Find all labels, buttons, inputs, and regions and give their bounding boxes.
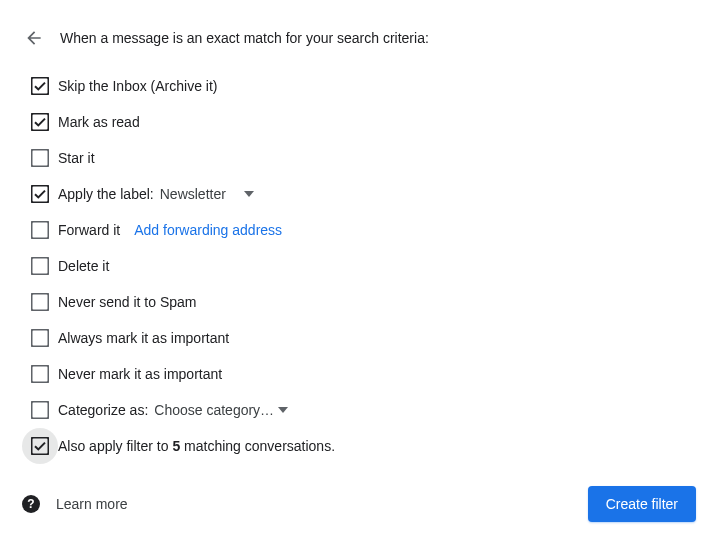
svg-rect-6	[32, 294, 49, 311]
option-row-never-important: Never mark it as important	[0, 356, 720, 392]
option-label: Star it	[58, 150, 95, 166]
option-row-also-apply: Also apply filter to 5 matching conversa…	[0, 428, 720, 464]
checkbox-categorize[interactable]	[22, 392, 58, 428]
checkbox-never-important[interactable]	[22, 356, 58, 392]
create-filter-button[interactable]: Create filter	[588, 486, 696, 522]
checkbox-checked-icon	[31, 185, 49, 203]
select-apply-label[interactable]: Newsletter	[160, 186, 254, 202]
learn-more-link[interactable]: Learn more	[56, 496, 128, 512]
checkbox-also-apply[interactable]	[22, 428, 58, 464]
select-categorize[interactable]: Choose category…	[154, 402, 288, 418]
option-label: Categorize as:	[58, 402, 148, 418]
help-icon[interactable]: ?	[22, 495, 40, 513]
option-row-delete: Delete it	[0, 248, 720, 284]
checkbox-never-spam[interactable]	[22, 284, 58, 320]
svg-rect-5	[32, 258, 49, 275]
checkbox-checked-icon	[31, 77, 49, 95]
option-label: Never mark it as important	[58, 366, 222, 382]
add-forwarding-address-link[interactable]: Add forwarding address	[134, 222, 282, 238]
option-label: Delete it	[58, 258, 109, 274]
option-label: Always mark it as important	[58, 330, 229, 346]
select-value: Newsletter	[160, 186, 226, 202]
option-row-star: Star it	[0, 140, 720, 176]
checkbox-delete[interactable]	[22, 248, 58, 284]
option-row-always-important: Always mark it as important	[0, 320, 720, 356]
arrow-left-icon	[24, 28, 44, 48]
option-label: Forward it	[58, 222, 120, 238]
checkbox-unchecked-icon	[31, 401, 49, 419]
option-row-skip-inbox: Skip the Inbox (Archive it)	[0, 68, 720, 104]
dialog-heading: When a message is an exact match for you…	[60, 30, 429, 46]
svg-rect-8	[32, 366, 49, 383]
option-row-mark-read: Mark as read	[0, 104, 720, 140]
svg-rect-9	[32, 402, 49, 419]
checkbox-unchecked-icon	[31, 365, 49, 383]
checkbox-unchecked-icon	[31, 149, 49, 167]
svg-rect-0	[32, 78, 49, 95]
svg-rect-10	[32, 438, 49, 455]
checkbox-unchecked-icon	[31, 257, 49, 275]
checkbox-skip-inbox[interactable]	[22, 68, 58, 104]
chevron-down-icon	[278, 407, 288, 413]
checkbox-always-important[interactable]	[22, 320, 58, 356]
option-row-categorize: Categorize as:Choose category…	[0, 392, 720, 428]
option-label: Never send it to Spam	[58, 294, 197, 310]
checkbox-unchecked-icon	[31, 221, 49, 239]
checkbox-apply-label[interactable]	[22, 176, 58, 212]
svg-rect-1	[32, 114, 49, 131]
checkbox-checked-icon	[31, 113, 49, 131]
checkbox-mark-read[interactable]	[22, 104, 58, 140]
chevron-down-icon	[244, 191, 254, 197]
svg-rect-4	[32, 222, 49, 239]
option-label: Also apply filter to 5 matching conversa…	[58, 438, 335, 454]
option-row-forward: Forward itAdd forwarding address	[0, 212, 720, 248]
svg-rect-3	[32, 186, 49, 203]
option-label: Mark as read	[58, 114, 140, 130]
checkbox-star[interactable]	[22, 140, 58, 176]
option-label: Apply the label:	[58, 186, 154, 202]
checkbox-unchecked-icon	[31, 293, 49, 311]
checkbox-unchecked-icon	[31, 329, 49, 347]
checkbox-forward[interactable]	[22, 212, 58, 248]
option-row-never-spam: Never send it to Spam	[0, 284, 720, 320]
svg-rect-7	[32, 330, 49, 347]
checkbox-checked-icon	[31, 437, 49, 455]
option-row-apply-label: Apply the label:Newsletter	[0, 176, 720, 212]
svg-rect-2	[32, 150, 49, 167]
select-value: Choose category…	[154, 402, 274, 418]
back-button[interactable]	[22, 26, 46, 50]
option-label: Skip the Inbox (Archive it)	[58, 78, 218, 94]
